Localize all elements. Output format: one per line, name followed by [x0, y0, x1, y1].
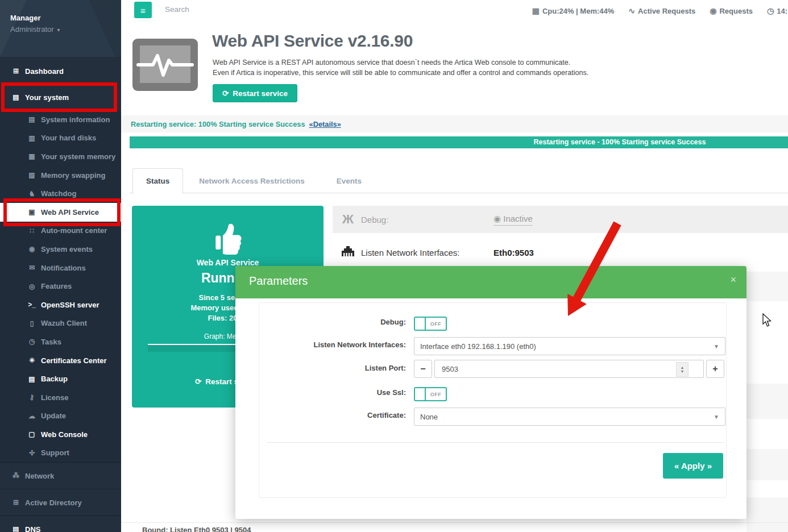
sidebar-item-label: Web Console	[41, 430, 88, 439]
port-minus-button[interactable]: −	[414, 360, 432, 378]
topbar-stat-active-requests[interactable]: ∿Active Requests	[628, 6, 695, 15]
sidebar-item-memory-swapping[interactable]: ▧Memory swapping	[0, 166, 121, 185]
chevron-down-icon: ▼	[714, 414, 719, 420]
web-api-monitor-icon: ▣	[26, 208, 38, 216]
sidebar-item-label: Dashboard	[25, 67, 64, 76]
topbar-stat-requests[interactable]: ◉Requests	[710, 6, 753, 15]
features-icon: ◎	[26, 282, 38, 290]
sidebar-item-notifications[interactable]: ✉Notifications	[0, 259, 121, 277]
toggle-off-icon: ◉	[493, 214, 501, 223]
sidebar-item-dashboard[interactable]: ⊞Dashboard	[0, 58, 121, 84]
sidebar-item-label: Your system	[25, 93, 69, 102]
ssl-toggle[interactable]: OFF	[414, 387, 447, 401]
terminal-icon: >_	[26, 301, 38, 309]
debug-toggle[interactable]: OFF	[414, 317, 447, 331]
user-name: Manager	[0, 0, 121, 22]
user-role-label: Administrator	[10, 25, 54, 34]
table-row-stripe	[746, 272, 788, 301]
hamburger-menu-button[interactable]: ≡	[134, 2, 152, 18]
memory-swap-icon: ▧	[26, 171, 38, 179]
sidebar-item-label: Support	[41, 448, 69, 457]
search-input[interactable]	[164, 5, 337, 14]
dashboard-icon: ⊞	[10, 67, 22, 75]
modal-title: Parameters	[249, 275, 308, 288]
watchdog-icon: ♞	[26, 190, 38, 198]
sidebar-item-label: DNS	[25, 525, 40, 532]
sidebar-item-label: Notifications	[41, 264, 86, 272]
sidebar-item-watchdog[interactable]: ♞Watchdog	[0, 184, 121, 203]
certificate-icon: ✳	[26, 356, 38, 364]
sidebar-item-label: Your hard disks	[41, 134, 96, 142]
auto-mount-icon: ∷	[26, 227, 38, 235]
sidebar-item-openssh-server[interactable]: >_OpenSSH server	[0, 296, 121, 314]
sidebar-item-label: Your system memory	[41, 152, 115, 161]
bug-icon: ✣	[26, 449, 38, 457]
toggle-knob	[415, 388, 426, 400]
progress-bar: Restarting service - 100% Starting servi…	[130, 136, 788, 148]
number-spinner[interactable]: ▲▼	[676, 362, 689, 377]
dns-icon: ▤	[10, 525, 22, 532]
refresh-icon: ⟳	[195, 377, 201, 386]
sidebar-item-features[interactable]: ◎Features	[0, 277, 121, 296]
topbar-stat-14-[interactable]: ◷14:	[767, 6, 787, 15]
ssl-field-label: Use Ssl:	[269, 388, 406, 397]
refresh-icon: ⟳	[222, 89, 229, 98]
clock-icon: ◷	[767, 6, 774, 15]
parameters-modal: Parameters × Debug: OFF Listen Network I…	[235, 266, 746, 519]
key-icon: ⚷	[26, 393, 38, 401]
active-directory-icon: ⊞	[10, 498, 22, 506]
user-role-dropdown[interactable]: Administrator▾	[0, 22, 121, 34]
sidebar-item-active-directory[interactable]: ⊞Active Directory	[0, 489, 121, 516]
sidebar-item-certificates-center[interactable]: ✳Certificates Center	[0, 351, 121, 370]
sidebar-item-label: Update	[41, 412, 66, 420]
listen-interfaces-value: Eth0:9503	[493, 248, 534, 257]
sidebar-item-backup[interactable]: ▤Backup	[0, 369, 121, 388]
sidebar-item-license[interactable]: ⚷License	[0, 388, 121, 407]
apply-button[interactable]: « Apply »	[663, 453, 723, 479]
restart-service-label: Restart service	[233, 89, 288, 98]
details-link[interactable]: «Details»	[309, 120, 341, 128]
tab-network-access-restrictions[interactable]: Network Access Restrictions	[183, 169, 321, 193]
sidebar-item-label: Certificates Center	[41, 356, 107, 365]
sidebar-item-your-system-memory[interactable]: ▦Your system memory	[0, 147, 121, 166]
port-field-label: Listen Port:	[269, 364, 406, 372]
window-icon: ▢	[26, 430, 38, 438]
sidebar-item-label: System information	[41, 115, 110, 124]
sidebar-item-wazuh-client[interactable]: ▯Wazuh Client	[0, 314, 121, 333]
network-icon: ⁂	[10, 472, 22, 480]
sidebar-item-your-system[interactable]: ▤Your system	[0, 84, 121, 110]
modal-header: Parameters ×	[235, 266, 746, 298]
restart-service-button[interactable]: ⟳ Restart service	[213, 84, 297, 102]
section-divider	[121, 522, 788, 523]
server-icon: ▤	[10, 93, 22, 101]
port-plus-button[interactable]: +	[706, 360, 724, 378]
sidebar-item-label: Wazuh Client	[41, 319, 87, 327]
activity-pulse-icon: ∿	[628, 6, 635, 15]
debug-inactive-toggle[interactable]: ◉ Inactive	[493, 214, 533, 226]
tab-events[interactable]: Events	[321, 169, 378, 193]
sidebar-item-update[interactable]: ☁Update	[0, 407, 121, 426]
sidebar-item-support[interactable]: ✣Support	[0, 444, 121, 463]
sidebar-item-dns[interactable]: ▤DNS	[0, 516, 121, 532]
interfaces-field-label: Listen Network Interfaces:	[269, 340, 406, 349]
envelope-icon: ✉	[26, 264, 38, 272]
port-input[interactable]: 9503 ▲▼	[434, 360, 704, 378]
sidebar-item-system-information[interactable]: ▤System information	[0, 110, 121, 129]
topbar-stat-cpu-24-mem-44-[interactable]: ▦Cpu:24% | Mem:44%	[532, 6, 615, 15]
sidebar-item-web-console[interactable]: ▢Web Console	[0, 425, 121, 444]
sidebar-item-label: Memory swapping	[41, 171, 105, 180]
sidebar-item-network[interactable]: ⁂Network	[0, 462, 121, 489]
sidebar-item-your-hard-disks[interactable]: ▥Your hard disks	[0, 129, 121, 148]
certificate-select[interactable]: None ▼	[414, 408, 725, 426]
interfaces-select[interactable]: Interface eth0 192.168.1.190 (eth0) ▼	[414, 337, 725, 355]
close-icon[interactable]: ×	[730, 274, 736, 286]
description-line-2: Even if Artica is inoperative, this serv…	[213, 68, 588, 78]
sidebar-item-tasks[interactable]: ◷Tasks	[0, 332, 121, 351]
sidebar-item-auto-mount-center[interactable]: ∷Auto-mount center	[0, 222, 121, 240]
sidebar-item-web-api-service[interactable]: ▣Web API Service	[0, 203, 121, 222]
table-row-stripe	[746, 384, 788, 419]
pulse-line-icon	[136, 52, 194, 77]
sidebar-item-system-events[interactable]: ◉System events	[0, 240, 121, 259]
artica-admin-page: Manager Administrator▾ ⊞Dashboard▤Your s…	[0, 0, 788, 532]
tab-status[interactable]: Status	[132, 168, 183, 194]
